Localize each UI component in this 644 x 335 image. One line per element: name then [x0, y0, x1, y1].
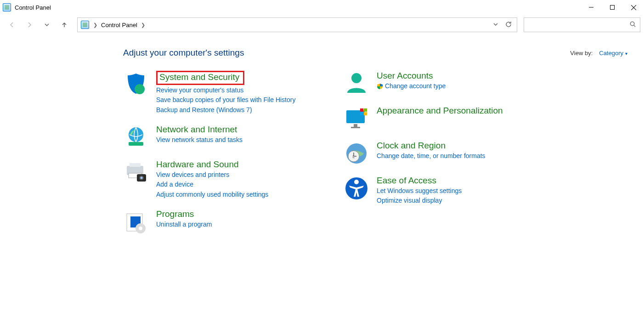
- highlight-box: System and Security: [156, 71, 244, 85]
- category-column-right: User Accounts Change account type: [344, 71, 537, 235]
- category-title-link[interactable]: Ease of Access: [377, 176, 436, 185]
- svg-point-4: [630, 22, 634, 25]
- view-by-selector[interactable]: View by: Category▾: [570, 50, 627, 57]
- svg-line-5: [634, 25, 635, 27]
- category-appearance-personalization: Appearance and Personalization: [344, 106, 537, 131]
- task-link[interactable]: View devices and printers: [156, 170, 268, 180]
- search-box[interactable]: [524, 17, 640, 32]
- programs-icon: [123, 209, 149, 235]
- address-bar[interactable]: ❯ Control Panel ❯: [77, 17, 517, 32]
- navbar: ❯ Control Panel ❯: [0, 15, 644, 35]
- control-panel-icon: [3, 3, 11, 11]
- task-link[interactable]: Optimize visual display: [377, 196, 462, 206]
- search-icon: [629, 21, 636, 29]
- user-icon: [344, 71, 369, 97]
- category-clock-region: L Clock and Region Change date, time, or…: [344, 141, 537, 166]
- breadcrumb-item[interactable]: Control Panel: [101, 22, 137, 28]
- task-link[interactable]: Review your computer's status: [156, 85, 295, 96]
- svg-rect-23: [360, 108, 363, 112]
- svg-rect-10: [130, 163, 141, 167]
- category-title-link[interactable]: User Accounts: [377, 71, 433, 80]
- task-link[interactable]: View network status and tasks: [156, 135, 243, 145]
- printer-camera-icon: [123, 159, 149, 185]
- svg-point-19: [351, 73, 362, 83]
- svg-point-33: [354, 180, 359, 184]
- titlebar: Control Panel: [0, 0, 644, 15]
- svg-rect-22: [351, 127, 360, 128]
- forward-button[interactable]: [21, 17, 38, 33]
- svg-rect-25: [360, 112, 363, 115]
- task-link[interactable]: Adjust commonly used mobility settings: [156, 190, 268, 200]
- svg-rect-1: [610, 6, 615, 10]
- accessibility-icon: [344, 176, 369, 201]
- close-button[interactable]: [623, 0, 644, 15]
- up-button[interactable]: [56, 17, 73, 33]
- view-by-value[interactable]: Category▾: [599, 50, 627, 57]
- category-user-accounts: User Accounts Change account type: [344, 71, 537, 97]
- uac-shield-icon: [377, 83, 383, 90]
- svg-rect-26: [364, 112, 367, 115]
- content-area: Adjust your computer's settings View by:…: [0, 35, 644, 235]
- category-ease-of-access: Ease of Access Let Windows suggest setti…: [344, 176, 537, 206]
- category-column-left: System and Security Review your computer…: [123, 71, 316, 235]
- category-title-link[interactable]: Appearance and Personalization: [377, 106, 503, 115]
- task-link[interactable]: Change date, time, or number formats: [377, 151, 486, 161]
- task-link[interactable]: Let Windows suggest settings: [377, 186, 462, 196]
- category-network-internet: Network and Internet View network status…: [123, 125, 316, 150]
- control-panel-icon: [80, 20, 90, 29]
- chevron-right-icon[interactable]: ❯: [141, 22, 145, 28]
- minimize-button[interactable]: [581, 0, 602, 15]
- refresh-button[interactable]: [505, 21, 512, 29]
- task-link[interactable]: Add a device: [156, 180, 268, 190]
- globe-icon: [123, 125, 149, 150]
- category-system-security: System and Security Review your computer…: [123, 71, 316, 115]
- svg-point-18: [139, 227, 142, 230]
- recent-locations-button[interactable]: [39, 17, 55, 33]
- svg-point-6: [135, 84, 145, 94]
- svg-rect-8: [129, 142, 143, 146]
- category-title-link[interactable]: System and Security: [159, 72, 239, 82]
- task-link[interactable]: Uninstall a program: [156, 220, 212, 230]
- caret-down-icon: ▾: [625, 51, 627, 56]
- task-link[interactable]: Backup and Restore (Windows 7): [156, 105, 295, 115]
- category-title-link[interactable]: Network and Internet: [156, 125, 237, 134]
- window-controls: [581, 0, 644, 15]
- svg-rect-21: [354, 124, 357, 127]
- chevron-right-icon[interactable]: ❯: [93, 22, 97, 28]
- page-heading: Adjust your computer's settings: [123, 48, 244, 58]
- maximize-button[interactable]: [602, 0, 623, 15]
- category-grid: System and Security Review your computer…: [123, 71, 627, 235]
- category-title-link[interactable]: Clock and Region: [377, 141, 446, 150]
- chevron-down-icon[interactable]: [493, 22, 498, 28]
- task-link[interactable]: Save backup copies of your files with Fi…: [156, 95, 295, 105]
- clock-icon: L: [344, 141, 369, 166]
- category-programs: Programs Uninstall a program: [123, 209, 316, 235]
- content-header: Adjust your computer's settings View by:…: [123, 48, 627, 58]
- back-button[interactable]: [4, 17, 20, 33]
- category-hardware-sound: Hardware and Sound View devices and prin…: [123, 159, 316, 200]
- monitor-icon: [344, 106, 369, 131]
- category-title-link[interactable]: Hardware and Sound: [156, 159, 239, 169]
- svg-point-14: [141, 176, 143, 179]
- view-by-label: View by:: [570, 50, 593, 57]
- category-title-link[interactable]: Programs: [156, 209, 194, 219]
- window-title: Control Panel: [15, 4, 51, 11]
- shield-icon: [123, 71, 149, 97]
- task-link[interactable]: Change account type: [377, 81, 446, 91]
- svg-rect-24: [364, 108, 367, 112]
